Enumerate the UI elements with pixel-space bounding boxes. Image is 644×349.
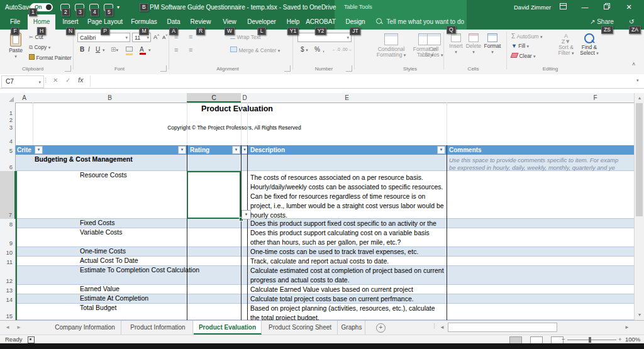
hscroll-thumb[interactable] [448,323,557,332]
criteria-cell[interactable]: Total Budget [80,304,116,311]
tab-view[interactable]: ViewW [218,14,242,30]
row-header-12[interactable]: 12 [0,266,16,285]
rating-filter-button[interactable]: ▾ [232,146,240,154]
percent-style-button[interactable]: % [314,46,320,53]
criteria-filter-button[interactable]: ▾ [35,146,43,154]
description-cell[interactable]: Track, calculate and report actual costs… [250,257,445,266]
scroll-down-icon[interactable]: ▼ [635,310,644,319]
tab-help[interactable]: HelpY1 [282,14,304,30]
zoom-out-icon[interactable]: − [562,336,565,343]
description-cell[interactable]: The costs of resources associated on a p… [250,173,445,219]
horizontal-align-buttons[interactable]: ≡ [174,46,180,53]
row-header-10[interactable]: 10 [0,247,16,257]
sheet-tab-product-information[interactable]: Product Information [123,321,193,335]
accounting-format-button[interactable]: $ ▾ [301,46,308,53]
criteria-cell[interactable]: Fixed Costs [80,219,114,226]
data-validation-dropdown[interactable]: ▾ [242,210,251,219]
tab-developer[interactable]: DeveloperL [244,14,279,30]
sheet-tab-product-evaluation[interactable]: Product Evaluation [194,321,262,335]
merge-center-button[interactable]: Merge & Center ▾ [230,47,280,53]
user-name[interactable]: David Zimmer [514,0,551,14]
bold-button[interactable]: B [80,46,84,53]
column-header-e[interactable]: E [247,93,447,102]
underline-button[interactable]: U [96,46,100,53]
row-header-6[interactable]: 6 [0,155,16,171]
row-header-14[interactable]: 14 [0,294,16,304]
indent-buttons[interactable]: ≡ [189,46,194,53]
customize-qat-icon[interactable]: ▾ [117,0,119,14]
find-select-button[interactable]: Find &Select ▾ [577,33,601,56]
delete-cells-button[interactable]: Delete▾ [465,33,482,55]
font-color-dropdown[interactable]: ▾ [148,48,151,53]
number-dialog-launcher[interactable] [346,65,352,72]
copyright-cell[interactable]: Copyright © The Project Professors, All … [160,125,308,131]
tab-split-handle[interactable]: ⋮ [431,323,437,329]
row-header-5[interactable]: 5 [0,145,16,155]
criteria-cell[interactable]: Estimate At Completion [80,294,148,302]
font-color-button[interactable]: A [140,46,146,55]
row-header-13[interactable]: 13 [0,285,16,294]
sheet-tab-graphs[interactable]: Graphs [338,321,365,335]
vertical-scrollbar[interactable]: ▲ ▼ [634,93,644,320]
name-box[interactable]: C7▾ [1,75,44,88]
fill-button[interactable]: ▼ Fill ▾ [511,43,529,49]
column-header-b[interactable]: B [33,93,187,102]
format-cells-button[interactable]: Format▾ [483,33,502,55]
tab-insert[interactable]: InsertN [58,14,83,30]
version-history-button[interactable]: ↺ ZA [629,14,634,30]
hscroll-left-icon[interactable]: ◄ [440,321,445,335]
criteria2-filter-button[interactable]: ▾ [178,146,186,154]
shrink-font-button[interactable]: A˅ [162,33,168,40]
selected-cell-c7[interactable] [187,171,241,219]
cancel-entry-icon[interactable]: ✕ [53,77,58,84]
criteria-cell[interactable]: One-time Costs [80,247,126,255]
macro-record-icon[interactable] [28,336,35,343]
select-all-corner[interactable] [9,97,14,102]
font-dialog-launcher[interactable] [160,65,167,72]
insert-function-icon[interactable]: fx [78,76,84,84]
close-icon[interactable]: ✕ [619,0,638,14]
tab-formulas[interactable]: FormulasM [128,14,160,30]
zoom-slider-thumb[interactable] [589,337,591,343]
expand-formula-bar-icon[interactable]: ▾ [636,78,639,83]
sheet-tab-company-information[interactable]: Company Information [49,321,121,335]
tab-home[interactable]: HomeH [28,14,55,30]
row-header-8[interactable]: 8 [0,219,16,228]
zoom-in-icon[interactable]: + [618,336,622,343]
description-cell[interactable]: Does this product support fixed cost spe… [250,219,445,228]
description-filter-button[interactable]: ▾ [437,146,445,154]
clipboard-dialog-launcher[interactable] [65,65,71,72]
scroll-up-icon[interactable]: ▲ [635,93,644,102]
sheet-scroll-right-icon[interactable]: ► [16,321,21,335]
tell-me-search[interactable]: Tell me what you want to do Q [376,14,464,30]
row-header-9[interactable]: 9 [0,228,16,247]
column-header-c[interactable]: C [187,93,241,102]
italic-button[interactable]: I [88,46,90,53]
description-cell[interactable]: Based on project planning (activities, r… [250,304,445,320]
format-painter-button[interactable]: Format Painter [29,54,72,61]
section-title-cell[interactable]: Budgeting & Cost Management [35,155,133,163]
description-cell[interactable]: Calculate estimated cost at completion o… [250,266,445,285]
fill-color-button[interactable] [126,47,133,55]
borders-button[interactable]: ⊞▾ [111,46,118,53]
row-header-15[interactable]: 15 [0,304,16,320]
clear-button[interactable]: Clear ▾ [511,53,536,59]
increase-decimal-button[interactable]: ←.0 [332,47,340,52]
sort-filter-button[interactable]: AZ▼ Sort &Filter ▾ [555,33,577,56]
autosum-button[interactable]: Σ AutoSum ▾ [511,33,542,40]
sheet-title-cell[interactable]: Product Evaluation [187,104,287,113]
row-header-11[interactable]: 11 [0,257,16,266]
tab-acrobat[interactable]: ACROBATY2 [306,14,336,30]
wrap-text-button[interactable]: Wrap Text [230,34,260,40]
alignment-dialog-launcher[interactable] [284,65,291,72]
comments-note-line2[interactable]: be expressed in hourly, daily, weekly, m… [449,163,633,171]
criteria-cell[interactable]: Estimate To Completion Cost Calculation [80,266,199,274]
criteria-cell[interactable]: Earned Value [80,285,119,292]
paste-button[interactable]: Paste▾ [5,33,26,59]
share-button[interactable]: ↗ Share ZS [590,14,614,30]
minimize-icon[interactable]: — [575,0,594,14]
underline-dropdown[interactable]: ▾ [103,48,105,53]
description-cell[interactable]: Calculate Earned Value values based on c… [250,285,445,294]
tab-page-layout[interactable]: Page LayoutP [84,14,126,30]
criteria-cell[interactable]: Resource Costs [80,171,127,179]
